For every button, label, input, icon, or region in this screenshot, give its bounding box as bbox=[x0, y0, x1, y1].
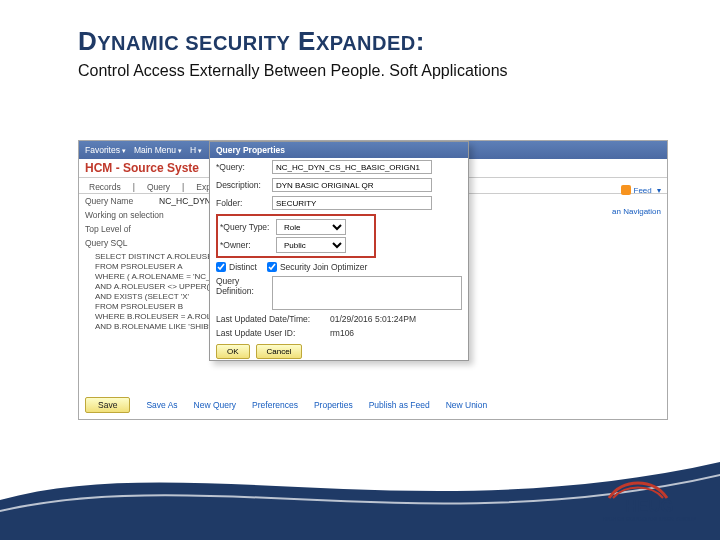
value-updated-dt: 01/29/2016 5:01:24PM bbox=[330, 314, 416, 324]
tab-records[interactable]: Records bbox=[85, 181, 125, 193]
nav-extra[interactable]: H bbox=[190, 145, 202, 155]
nav-favorites[interactable]: Favorites bbox=[85, 145, 126, 155]
query-name-label: Query Name bbox=[85, 196, 153, 206]
logo-tagline: HIGHER EDUCATION USER GROUP bbox=[603, 516, 696, 522]
feed-icon bbox=[621, 185, 631, 195]
label-query-type: *Query Type: bbox=[220, 222, 272, 232]
screenshot-area: Favorites Main Menu H HCM - Source Syste… bbox=[78, 140, 668, 420]
label-query: *Query: bbox=[216, 162, 268, 172]
slide-subtitle: Control Access Externally Between People… bbox=[78, 61, 598, 81]
save-button[interactable]: Save bbox=[85, 397, 130, 413]
label-distinct: Distinct bbox=[229, 262, 257, 272]
an-navigation-link[interactable]: an Navigation bbox=[612, 207, 661, 216]
select-query-type[interactable]: Role bbox=[276, 219, 346, 235]
checkbox-distinct[interactable] bbox=[216, 262, 226, 272]
label-description: Description: bbox=[216, 180, 268, 190]
highlighted-fields: *Query Type: Role *Owner: Public bbox=[216, 214, 376, 258]
input-folder[interactable] bbox=[272, 196, 432, 210]
select-owner[interactable]: Public bbox=[276, 237, 346, 253]
input-description[interactable] bbox=[272, 178, 432, 192]
ok-button[interactable]: OK bbox=[216, 344, 250, 359]
properties-link[interactable]: Properties bbox=[314, 400, 353, 410]
value-updated-uid: rm106 bbox=[330, 328, 354, 338]
feed-link[interactable]: Feed ▾ bbox=[621, 185, 661, 195]
textarea-definition[interactable] bbox=[272, 276, 462, 310]
dialog-title: Query Properties bbox=[210, 142, 468, 158]
label-updated-uid: Last Update User ID: bbox=[216, 328, 326, 338]
slide-title: DYNAMIC SECURITY EXPANDED: bbox=[78, 26, 720, 57]
publish-feed-link[interactable]: Publish as Feed bbox=[369, 400, 430, 410]
top-level-label: Top Level of bbox=[85, 224, 153, 234]
preferences-link[interactable]: Preferences bbox=[252, 400, 298, 410]
save-as-link[interactable]: Save As bbox=[146, 400, 177, 410]
label-owner: *Owner: bbox=[220, 240, 272, 250]
label-updated-dt: Last Updated Date/Time: bbox=[216, 314, 326, 324]
label-folder: Folder: bbox=[216, 198, 268, 208]
new-query-link[interactable]: New Query bbox=[194, 400, 237, 410]
bottom-toolbar: Save Save As New Query Preferences Prope… bbox=[85, 397, 487, 413]
working-label: Working on selection bbox=[85, 210, 153, 220]
cancel-button[interactable]: Cancel bbox=[256, 344, 303, 359]
sql-label: Query SQL bbox=[85, 238, 153, 248]
nav-mainmenu[interactable]: Main Menu bbox=[134, 145, 182, 155]
query-properties-dialog: Query Properties *Query: Description: Fo… bbox=[209, 141, 469, 361]
query-name-value: NC_HC_DYN bbox=[159, 196, 211, 206]
tab-query[interactable]: Query bbox=[143, 181, 174, 193]
label-sjo: Security Join Optimizer bbox=[280, 262, 367, 272]
input-query[interactable] bbox=[272, 160, 432, 174]
logo-text: HEUG bbox=[603, 498, 696, 516]
new-union-link[interactable]: New Union bbox=[446, 400, 488, 410]
checkbox-sjo[interactable] bbox=[267, 262, 277, 272]
heug-logo: HEUG HIGHER EDUCATION USER GROUP bbox=[603, 476, 696, 522]
label-definition: Query Definition: bbox=[216, 276, 268, 296]
